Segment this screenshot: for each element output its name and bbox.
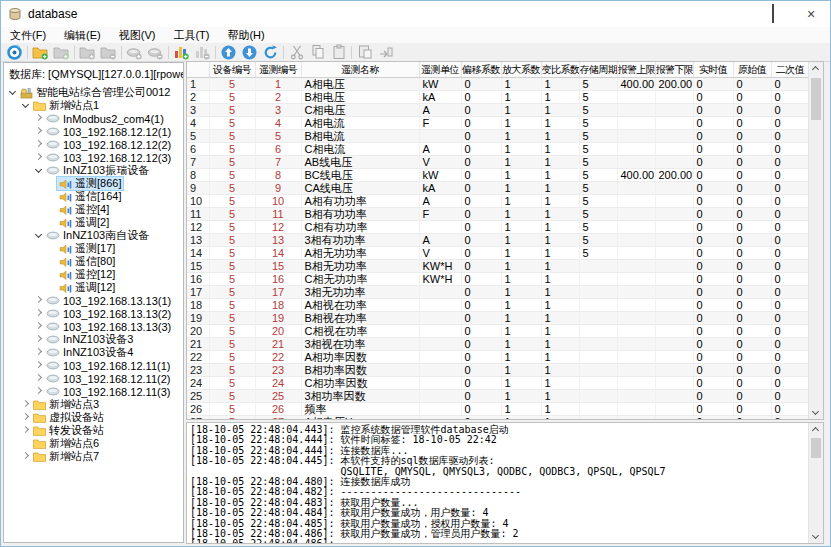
log-scrollbar-thumb[interactable] [811, 438, 821, 458]
column-header[interactable]: 二次值 [771, 62, 809, 78]
cell[interactable]: 0 [461, 260, 501, 273]
cell[interactable]: 1 [541, 143, 579, 156]
expand-icon[interactable] [21, 452, 30, 461]
cell[interactable] [655, 364, 693, 377]
table-row[interactable]: 12512C相有功功率0115000 [187, 221, 809, 234]
cell[interactable]: 1 [501, 390, 541, 403]
expand-icon[interactable] [34, 296, 43, 305]
cell[interactable] [579, 299, 617, 312]
tree-node[interactable]: InNZ103设备4 [4, 346, 183, 359]
cell[interactable]: 3相有功功率 [301, 234, 419, 247]
scroll-down-icon[interactable] [809, 405, 823, 419]
cell[interactable]: 0 [771, 286, 809, 299]
cell[interactable]: 5 [209, 91, 255, 104]
cell[interactable] [655, 234, 693, 247]
cell[interactable] [617, 338, 655, 351]
cell[interactable]: 1 [501, 299, 541, 312]
cell[interactable]: B相电压 [301, 91, 419, 104]
tree-node[interactable]: 103_192.168.13.13(2) [4, 307, 183, 320]
cell[interactable]: 5 [579, 156, 617, 169]
expand-icon[interactable] [34, 153, 43, 162]
cell[interactable]: 0 [733, 143, 771, 156]
cell[interactable]: 1 [541, 78, 579, 91]
cell[interactable] [655, 286, 693, 299]
table-row[interactable]: 26526频率011000 [187, 403, 809, 416]
cell[interactable]: 0 [461, 312, 501, 325]
cell[interactable]: 0 [461, 247, 501, 260]
add-station-button[interactable] [30, 44, 51, 61]
cell[interactable]: 3相功率因数 [301, 390, 419, 403]
cell[interactable]: 0 [693, 182, 733, 195]
cell[interactable] [579, 286, 617, 299]
expand-icon[interactable] [34, 361, 43, 370]
cell[interactable]: 0 [771, 364, 809, 377]
cell[interactable]: C相电压 [301, 104, 419, 117]
cell[interactable] [655, 390, 693, 403]
cell[interactable] [617, 130, 655, 143]
cell[interactable]: 1 [501, 247, 541, 260]
cell[interactable]: 5 [187, 130, 209, 143]
cell[interactable]: 0 [461, 91, 501, 104]
cell[interactable] [655, 182, 693, 195]
cell[interactable]: 5 [209, 104, 255, 117]
cell[interactable]: 0 [733, 195, 771, 208]
menu-item[interactable]: 文件(F) [1, 27, 55, 44]
expand-icon[interactable] [34, 348, 43, 357]
cell[interactable]: 1 [501, 312, 541, 325]
cell[interactable]: 5 [579, 143, 617, 156]
cell[interactable]: 1 [501, 117, 541, 130]
cell[interactable]: 1 [501, 169, 541, 182]
cell[interactable]: 0 [461, 390, 501, 403]
cell[interactable]: 0 [771, 390, 809, 403]
column-header[interactable]: 变比系数 [541, 62, 579, 78]
cell[interactable]: 0 [771, 130, 809, 143]
cell[interactable]: 0 [693, 403, 733, 416]
cell[interactable]: 0 [461, 403, 501, 416]
cell[interactable] [579, 390, 617, 403]
cell[interactable]: 5 [209, 234, 255, 247]
cell[interactable]: 5 [209, 143, 255, 156]
cell[interactable] [579, 403, 617, 416]
cell[interactable]: 16 [187, 273, 209, 286]
cell[interactable]: 5 [579, 208, 617, 221]
cell[interactable]: 0 [693, 104, 733, 117]
cell[interactable]: 26 [187, 403, 209, 416]
cell[interactable]: 400.00 [617, 169, 655, 182]
cell[interactable]: 0 [771, 325, 809, 338]
cell[interactable]: 1 [541, 195, 579, 208]
cell[interactable]: C相无功功率 [301, 273, 419, 286]
table-row[interactable]: 757AB线电压V0115000 [187, 156, 809, 169]
cell[interactable]: A相功率因数 [301, 351, 419, 364]
cell[interactable]: 1 [541, 338, 579, 351]
table-row[interactable]: 454A相电流F0115000 [187, 117, 809, 130]
tree-node[interactable]: 103_192.168.12.11(1) [4, 359, 183, 372]
cell[interactable] [617, 312, 655, 325]
cell[interactable]: 0 [771, 377, 809, 390]
cell[interactable]: 1 [255, 78, 301, 91]
cell[interactable] [617, 195, 655, 208]
tree-node[interactable]: 遥调[12] [4, 281, 183, 294]
cell[interactable] [617, 364, 655, 377]
cell[interactable] [419, 286, 461, 299]
cell[interactable]: 0 [693, 325, 733, 338]
table-row[interactable]: 23523B相功率因数011000 [187, 364, 809, 377]
cell[interactable]: 2 [187, 91, 209, 104]
cell[interactable]: V [419, 247, 461, 260]
cell[interactable] [579, 260, 617, 273]
cell[interactable]: 5 [209, 286, 255, 299]
cell[interactable] [419, 351, 461, 364]
cell[interactable]: 0 [693, 338, 733, 351]
cell[interactable]: C相功率因数 [301, 377, 419, 390]
cell[interactable]: 5 [579, 195, 617, 208]
tree-node[interactable]: 103_192.168.12.12(2) [4, 138, 183, 151]
cell[interactable]: 21 [255, 338, 301, 351]
cell[interactable]: 0 [693, 247, 733, 260]
cell[interactable] [655, 221, 693, 234]
cell[interactable]: 0 [461, 377, 501, 390]
table-row[interactable]: 555B相电流0115000 [187, 130, 809, 143]
cell[interactable]: 0 [771, 221, 809, 234]
table-row[interactable]: 18518A相视在功率011000 [187, 299, 809, 312]
cell[interactable]: 1 [541, 403, 579, 416]
cell[interactable]: 1 [541, 325, 579, 338]
cell[interactable] [617, 208, 655, 221]
